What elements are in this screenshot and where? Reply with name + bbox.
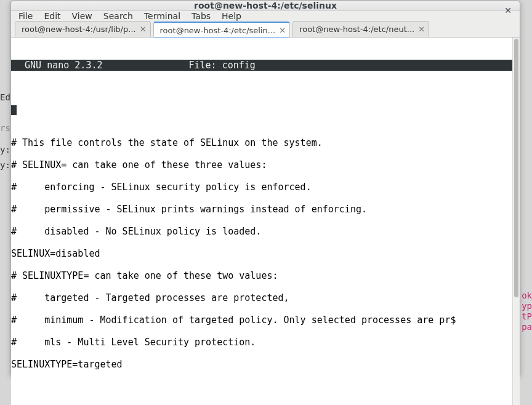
menu-search[interactable]: Search: [103, 11, 133, 21]
menu-terminal[interactable]: Terminal: [144, 11, 180, 21]
titlebar[interactable]: root@new-host-4:/etc/selinux ✕: [11, 1, 520, 11]
file-line: SELINUXTYPE=targeted: [11, 359, 512, 370]
file-line: # permissive - SELinux prints warnings i…: [11, 204, 512, 215]
menu-view[interactable]: View: [72, 11, 92, 21]
terminal-window: root@new-host-4:/etc/selinux ✕ File Edit…: [10, 0, 520, 375]
bg-text: Ed: [0, 92, 10, 102]
nano-app-name: GNU nano 2.3.2: [11, 60, 103, 71]
nano-file-label: File: config: [103, 60, 513, 71]
file-line: # This file controls the state of SELinu…: [11, 137, 512, 148]
cursor-icon: [11, 105, 17, 115]
cursor-line: [11, 104, 512, 115]
menu-edit[interactable]: Edit: [44, 11, 60, 21]
menu-tabs[interactable]: Tabs: [191, 11, 211, 21]
file-line: # SELINUXTYPE= can take one of these two…: [11, 270, 512, 281]
tab-label: root@new-host-4:/usr/lib/p...: [22, 25, 136, 34]
tab-neutron[interactable]: root@new-host-4:/etc/neut... ✕: [292, 21, 429, 37]
terminal[interactable]: GNU nano 2.3.2 File: config # This file …: [11, 38, 512, 405]
file-line: # targeted - Targeted processes are prot…: [11, 292, 512, 303]
file-line: # enforcing - SELinux security policy is…: [11, 182, 512, 193]
close-icon[interactable]: ✕: [279, 26, 286, 35]
bg-text: tP: [522, 311, 532, 321]
blank-line: [11, 381, 512, 392]
file-line: # minimum - Modification of targeted pol…: [11, 315, 512, 326]
tab-selinux[interactable]: root@new-host-4:/etc/selin... ✕: [153, 22, 291, 38]
file-line: # disabled - No SELinux policy is loaded…: [11, 226, 512, 237]
nano-body: # This file controls the state of SELinu…: [11, 93, 512, 405]
bg-text: ok: [522, 291, 532, 300]
bg-text: yp: [522, 301, 532, 311]
bg-text: y:: [0, 145, 10, 154]
window-title: root@new-host-4:/etc/selinux: [194, 1, 337, 10]
nano-header: GNU nano 2.3.2 File: config: [11, 60, 512, 71]
tab-usr-lib[interactable]: root@new-host-4:/usr/lib/p... ✕: [15, 21, 151, 37]
terminal-area: GNU nano 2.3.2 File: config # This file …: [11, 38, 520, 405]
bg-text: y:: [0, 160, 10, 170]
file-line: SELINUX=disabled: [11, 248, 512, 259]
close-icon[interactable]: ✕: [418, 25, 425, 34]
menubar: File Edit View Search Terminal Tabs Help: [11, 11, 520, 21]
tabbar: root@new-host-4:/usr/lib/p... ✕ root@new…: [11, 21, 520, 38]
scrollbar-thumb[interactable]: [514, 39, 518, 297]
file-line: # SELINUX= can take one of these three v…: [11, 159, 512, 170]
bg-text: pa: [522, 322, 532, 332]
file-line: # mls - Multi Level Security protection.: [11, 337, 512, 348]
scrollbar[interactable]: [512, 38, 520, 405]
menu-help[interactable]: Help: [222, 11, 241, 21]
close-icon[interactable]: ✕: [140, 25, 147, 34]
menu-file[interactable]: File: [18, 11, 33, 21]
close-icon[interactable]: ✕: [502, 6, 514, 17]
tab-label: root@new-host-4:/etc/selin...: [160, 26, 276, 35]
tab-label: root@new-host-4:/etc/neut...: [299, 25, 414, 34]
